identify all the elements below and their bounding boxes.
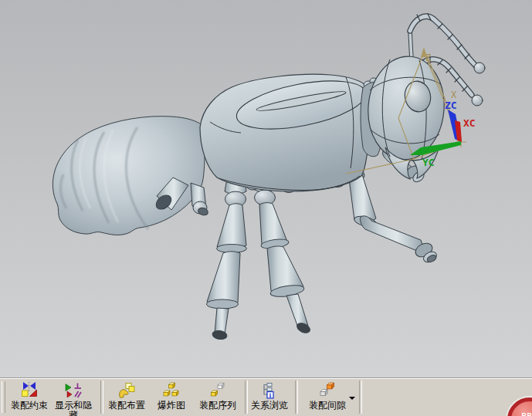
- ant-thorax: [200, 72, 378, 191]
- datum-x-label: X: [451, 90, 457, 100]
- toolbar-button-exploded-view[interactable]: 爆炸图: [151, 378, 191, 416]
- ant-leg-front-right: [347, 167, 439, 264]
- wcs-zc-label: ZC: [445, 100, 457, 111]
- graphics-viewport[interactable]: Z X ZC XC YC: [0, 0, 532, 378]
- toolbar-button-relations-browser[interactable]: i 关系浏览: [248, 378, 291, 416]
- toolbar-button-assembly-arrangements[interactable]: 装配布置: [105, 378, 148, 416]
- svg-text:i: i: [269, 392, 272, 399]
- ant-assembly-model: Z X ZC XC YC: [0, 0, 532, 377]
- assembly-constraints-icon: [20, 381, 39, 400]
- nx-assembly-window: Z X ZC XC YC 装配约: [0, 0, 532, 416]
- assembly-toolbar: 装配约束 显示和隐 藏: [0, 378, 532, 416]
- toolbar-separator: [295, 380, 298, 414]
- relations-browser-icon: i: [260, 381, 279, 400]
- wcs-xc-label: XC: [463, 117, 476, 129]
- toolbar-button-assembly-sequence[interactable]: 装配序列: [195, 378, 241, 416]
- assembly-sequence-icon: [208, 381, 227, 400]
- ant-leg-middle-right: [253, 169, 311, 335]
- toolbar-button-show-hide[interactable]: 显示和隐 藏: [51, 378, 96, 416]
- toolbar-button-label: 关系浏览: [248, 400, 291, 411]
- toolbar-button-label: 爆炸图: [151, 400, 191, 411]
- ant-leg-middle-left: [207, 173, 247, 340]
- wcs-yc-label: YC: [422, 157, 435, 168]
- toolbar-gripper[interactable]: [2, 381, 5, 413]
- toolbar-button-label-line2: 藏: [51, 411, 96, 416]
- exploded-view-icon: [162, 381, 181, 400]
- ant-head: [364, 53, 448, 179]
- toolbar-button-label: 装配间隙: [300, 400, 355, 411]
- toolbar-button-label: 装配布置: [105, 400, 148, 411]
- datum-z-label: Z: [425, 52, 431, 63]
- toolbar-button-assembly-constraints[interactable]: 装配约束: [6, 378, 53, 416]
- toolbar-button-assembly-clearance[interactable]: 装配间隙: [300, 378, 355, 416]
- assembly-arrangements-icon: [117, 381, 136, 400]
- dropdown-arrow-icon[interactable]: [349, 397, 355, 400]
- toolbar-button-label: 装配序列: [195, 400, 241, 411]
- toolbar-button-label: 装配约束: [6, 400, 53, 411]
- toolbar-button-label: 显示和隐: [51, 400, 96, 411]
- watermark-text: PPA: [511, 411, 532, 416]
- assembly-clearance-icon: [318, 381, 337, 400]
- ant-abdomen: [53, 117, 205, 235]
- show-hide-icon: [64, 381, 83, 400]
- toolbar-separator: [359, 380, 362, 414]
- toolbar-separator: [100, 380, 103, 414]
